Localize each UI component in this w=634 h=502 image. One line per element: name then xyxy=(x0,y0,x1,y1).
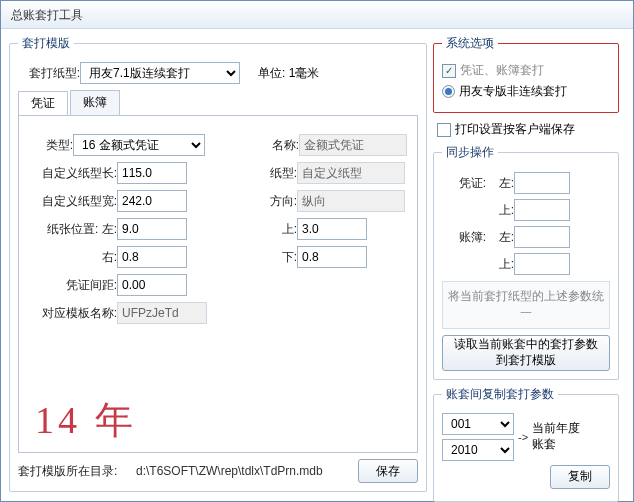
gap-input[interactable] xyxy=(117,274,187,296)
sync-ledger-left-input[interactable] xyxy=(514,226,570,248)
pos-right-label: 右: xyxy=(29,249,117,266)
pos-left-input[interactable] xyxy=(117,218,187,240)
read-params-button[interactable]: 读取当前账套中的套打参数到套打模版 xyxy=(442,335,610,371)
copy-dst-select[interactable]: 2010 xyxy=(442,439,514,461)
opt3-label: 打印设置按客户端保存 xyxy=(455,121,575,138)
name-field xyxy=(299,134,407,156)
window-title: 总账套打工具 xyxy=(11,8,83,22)
copy-src-select[interactable]: 001 xyxy=(442,413,514,435)
sync-voucher-top-input[interactable] xyxy=(514,199,570,221)
custom-wid-label: 自定义纸型宽: xyxy=(29,193,117,210)
path-label: 套打模版所在目录: xyxy=(18,463,136,480)
custom-wid-input[interactable] xyxy=(117,190,187,212)
name-label: 名称: xyxy=(237,137,299,154)
tpl-name-label: 对应模板名称: xyxy=(29,305,117,322)
sync-v-top-label: 上: xyxy=(486,202,514,219)
sync-l-left-label: 左: xyxy=(486,229,514,246)
custom-len-input[interactable] xyxy=(117,162,187,184)
sync-note: 将当前套打纸型的上述参数统一 xyxy=(442,281,610,329)
gap-label: 凭证间距: xyxy=(29,277,117,294)
sync-v-left-label: 左: xyxy=(486,175,514,192)
pos-top-input[interactable] xyxy=(297,218,367,240)
titlebar: 总账套打工具 xyxy=(1,1,633,29)
pos-bottom-input[interactable] xyxy=(297,246,367,268)
path-value: d:\T6SOFT\ZW\rep\tdlx\TdPrn.mdb xyxy=(136,464,358,478)
sync-ledger-top-input[interactable] xyxy=(514,253,570,275)
arrow-icon: -> xyxy=(518,431,528,443)
paper-type-select[interactable]: 用友7.1版连续套打 xyxy=(80,62,240,84)
pos-bottom-label: 下: xyxy=(235,249,297,266)
direction-field xyxy=(297,190,405,212)
save-button[interactable]: 保存 xyxy=(358,459,418,483)
copy-legend: 账套间复制套打参数 xyxy=(442,386,558,403)
tabstrip: 凭证 账簿 xyxy=(18,90,418,115)
system-options-group: 系统选项 ✓ 凭证、账簿套打 用友专版非连续套打 xyxy=(433,35,619,113)
opt1-label: 凭证、账簿套打 xyxy=(460,62,544,79)
opt2-label: 用友专版非连续套打 xyxy=(459,83,567,100)
template-group: 套打模版 套打纸型: 用友7.1版连续套打 单位: 1毫米 凭证 账簿 类型: … xyxy=(9,35,427,492)
app-window: 总账套打工具 套打模版 套打纸型: 用友7.1版连续套打 单位: 1毫米 凭证 … xyxy=(0,0,634,502)
paper-type-label: 套打纸型: xyxy=(18,65,80,82)
tab-voucher[interactable]: 凭证 xyxy=(18,91,68,116)
sync-legend: 同步操作 xyxy=(442,144,498,161)
copy-button[interactable]: 复制 xyxy=(550,465,610,489)
type-label: 类型: xyxy=(29,137,73,154)
type-select[interactable]: 16 金额式凭证 xyxy=(73,134,205,156)
inner-paper-label: 纸型: xyxy=(235,165,297,182)
sync-group: 同步操作 凭证: 左: 上: 账簿: 左: xyxy=(433,144,619,380)
tpl-name-field xyxy=(117,302,207,324)
template-legend: 套打模版 xyxy=(18,35,74,52)
handwritten-annotation: 14 年 xyxy=(35,395,137,446)
sync-ledger-label: 账簿: xyxy=(442,229,486,246)
direction-label: 方向: xyxy=(235,193,297,210)
inner-paper-field xyxy=(297,162,405,184)
copy-note: 当前年度账套 xyxy=(532,421,586,452)
sync-voucher-label: 凭证: xyxy=(442,175,486,192)
system-options-legend: 系统选项 xyxy=(442,35,498,52)
tab-page-voucher: 类型: 16 金额式凭证 名称: 自定义纸型长: 纸型: 自定义纸型宽: xyxy=(18,115,418,453)
pos-top-label: 上: xyxy=(235,221,297,238)
checkbox-voucher-ledger[interactable]: ✓ xyxy=(442,64,456,78)
tab-ledger[interactable]: 账簿 xyxy=(70,90,120,115)
copy-group: 账套间复制套打参数 001 2010 -> 当前年度账套 复制 xyxy=(433,386,619,502)
sync-l-top-label: 上: xyxy=(486,256,514,273)
checkbox-client-save[interactable] xyxy=(437,123,451,137)
pos-right-input[interactable] xyxy=(117,246,187,268)
sync-voucher-left-input[interactable] xyxy=(514,172,570,194)
pos-left-label: 纸张位置: 左: xyxy=(29,221,117,238)
unit-label: 单位: 1毫米 xyxy=(258,65,319,82)
custom-len-label: 自定义纸型长: xyxy=(29,165,117,182)
radio-nonconsecutive[interactable] xyxy=(442,85,455,98)
